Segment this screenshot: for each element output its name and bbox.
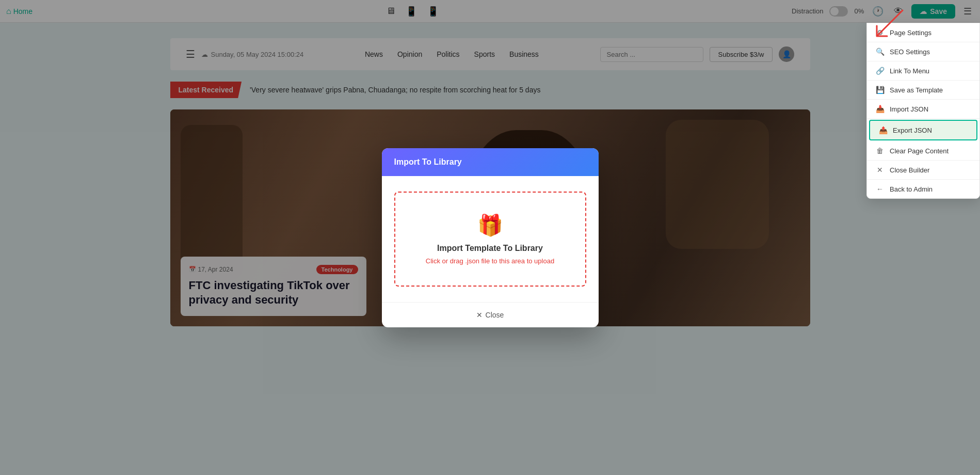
nav-item-opinion[interactable]: Opinion [397, 50, 422, 58]
modal-footer: ✕ Close [382, 302, 599, 327]
dropdown-item-link-to-menu[interactable]: 🔗 Link To Menu [867, 61, 979, 81]
dropdown-item-clear-page[interactable]: 🗑 Clear Page Content [867, 141, 979, 161]
nav-menu: News Opinion Politics Sports Business [365, 50, 539, 58]
save-template-icon: 💾 [875, 86, 885, 94]
arrow-indicator [866, 5, 908, 49]
percent-label: 0% [854, 7, 864, 15]
hero-title: FTC investigating TikTok over privacy an… [189, 278, 358, 308]
nav-date: Sunday, 05 May 2024 15:00:24 [201, 51, 304, 58]
more-options-icon[interactable]: ☰ [961, 4, 974, 19]
nav-item-news[interactable]: News [365, 50, 383, 58]
dropdown-item-close-builder[interactable]: ✕ Close Builder [867, 161, 979, 180]
desktop-icon[interactable]: 🖥 [386, 6, 395, 17]
latest-label: Latest Received [170, 82, 242, 98]
import-json-icon: 📥 [875, 105, 885, 113]
distraction-toggle[interactable] [829, 6, 848, 17]
nav-item-sports[interactable]: Sports [474, 50, 495, 58]
save-label: Save [930, 7, 947, 15]
modal-header: Import To Library [382, 148, 599, 176]
export-json-label: Export JSON [893, 126, 932, 134]
nav-right: Subscribe $3/w 👤 [600, 46, 795, 62]
export-json-icon: 📤 [878, 126, 888, 134]
top-bar: Home 🖥 📱 📱 Distraction 0% 🕐 👁 ☁ Save ☰ [0, 0, 980, 23]
nav-left: ☰ Sunday, 05 May 2024 15:00:24 [186, 48, 304, 60]
dropdown-item-import-json[interactable]: 📥 Import JSON [867, 100, 979, 119]
upload-area[interactable]: 🎁 Import Template To Library Click or dr… [394, 192, 586, 287]
nav-item-business[interactable]: Business [509, 50, 539, 58]
close-builder-label: Close Builder [890, 166, 929, 174]
link-icon: 🔗 [875, 67, 885, 75]
latest-text: 'Very severe heatwave' grips Pabna, Chua… [250, 86, 540, 94]
hero-card: 17, Apr 2024 Technology FTC investigatin… [181, 257, 366, 316]
nav-item-politics[interactable]: Politics [437, 50, 459, 58]
close-label: Close [486, 311, 504, 319]
upload-subtitle-suffix: file to this area to upload [479, 257, 554, 265]
distraction-label: Distraction [792, 7, 823, 15]
upload-icon: 🎁 [408, 213, 573, 237]
search-input[interactable] [600, 47, 703, 62]
back-to-admin-icon: ← [875, 185, 885, 193]
modal-body: 🎁 Import Template To Library Click or dr… [382, 176, 599, 302]
device-switcher: 🖥 📱 📱 [386, 6, 439, 17]
save-icon: ☁ [920, 7, 927, 15]
nav-hamburger-icon[interactable]: ☰ [186, 48, 195, 60]
dropdown-item-back-to-admin[interactable]: ← Back to Admin [867, 180, 979, 198]
seo-settings-label: SEO Settings [890, 48, 930, 56]
tablet-icon[interactable]: 📱 [406, 6, 417, 17]
upload-json-highlight: .json [465, 257, 479, 265]
hero-card-meta: 17, Apr 2024 Technology [189, 265, 358, 274]
hero-date: 17, Apr 2024 [189, 266, 233, 273]
close-x-icon: ✕ [476, 311, 483, 319]
save-as-template-label: Save as Template [890, 86, 943, 94]
import-json-label: Import JSON [890, 105, 928, 113]
dropdown-item-export-json[interactable]: 📤 Export JSON [869, 120, 977, 140]
subscribe-button[interactable]: Subscribe $3/w [710, 47, 773, 62]
upload-subtitle-prefix: Click or drag [426, 257, 465, 265]
clear-page-label: Clear Page Content [890, 147, 949, 155]
modal-close-button[interactable]: ✕ Close [476, 311, 504, 319]
dropdown-menu: ⚙ Page Settings 🔍 SEO Settings 🔗 Link To… [866, 23, 980, 199]
save-button[interactable]: ☁ Save [911, 4, 955, 19]
upload-title: Import Template To Library [408, 244, 573, 253]
home-link[interactable]: Home [6, 7, 33, 16]
link-to-menu-label: Link To Menu [890, 67, 929, 75]
user-avatar[interactable]: 👤 [779, 46, 794, 62]
import-library-modal: Import To Library 🎁 Import Template To L… [382, 148, 599, 327]
mobile-icon[interactable]: 📱 [427, 6, 439, 17]
back-to-admin-label: Back to Admin [890, 185, 933, 193]
seo-settings-icon: 🔍 [875, 48, 885, 56]
close-builder-icon: ✕ [875, 166, 885, 174]
top-bar-left: Home [6, 7, 33, 16]
hero-category-badge: Technology [316, 265, 358, 274]
latest-received-banner: Latest Received 'Very severe heatwave' g… [170, 75, 810, 104]
site-navbar: ☰ Sunday, 05 May 2024 15:00:24 News Opin… [170, 38, 810, 70]
upload-subtitle: Click or drag .json file to this area to… [408, 257, 573, 265]
clear-page-icon: 🗑 [875, 147, 885, 155]
dropdown-item-save-as-template[interactable]: 💾 Save as Template [867, 81, 979, 100]
modal-title: Import To Library [394, 157, 462, 166]
